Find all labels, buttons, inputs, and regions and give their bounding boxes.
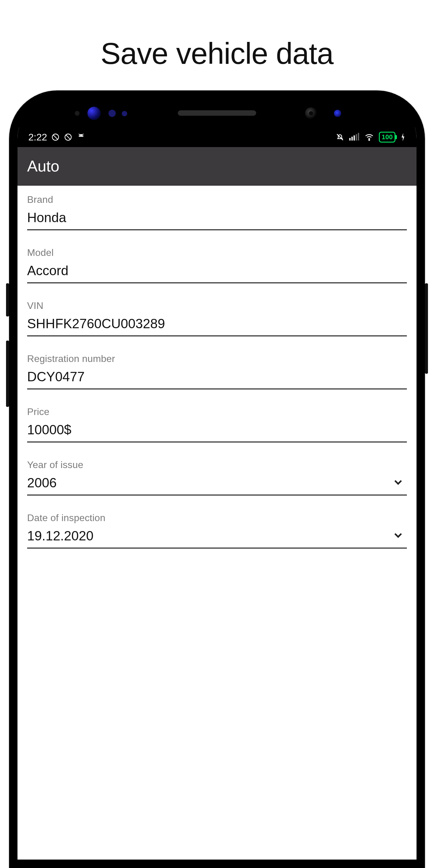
svg-point-9 (369, 140, 370, 141)
signal-icon (349, 133, 360, 142)
chevron-down-icon (390, 476, 407, 490)
status-time: 2:22 (28, 132, 47, 143)
front-camera (305, 107, 317, 119)
field-brand: Brand Honda (27, 194, 407, 230)
field-inspection-date: Date of inspection 19.12.2020 (27, 513, 407, 549)
field-label: Registration number (27, 353, 407, 364)
status-bar-right: 100 (336, 132, 406, 143)
field-value: DCY0477 (27, 369, 407, 384)
field-vin: VIN SHHFK2760CU003289 (27, 300, 407, 336)
field-label: Model (27, 247, 407, 258)
wifi-icon (364, 132, 374, 142)
app-bar-title: Auto (27, 157, 59, 175)
charging-icon (400, 133, 406, 141)
field-label: Date of inspection (27, 513, 407, 524)
svg-rect-5 (351, 137, 352, 141)
svg-point-2 (80, 135, 81, 136)
registration-number-input[interactable]: DCY0477 (27, 367, 407, 390)
app-bar: Auto (18, 147, 416, 186)
field-value: 2006 (27, 475, 390, 490)
sensor-dot (334, 110, 341, 117)
form: Brand Honda Model Accord VIN SHHFK2760CU… (18, 186, 416, 860)
status-bar: 2:22 (18, 127, 416, 147)
sensor-dot (108, 110, 116, 117)
android-icon (76, 133, 86, 142)
svg-point-3 (82, 135, 83, 136)
field-registration-number: Registration number DCY0477 (27, 353, 407, 390)
field-value: Accord (27, 263, 407, 278)
phone-frame: 2:22 (9, 90, 425, 868)
bell-off-icon (336, 133, 344, 142)
price-input[interactable]: 10000$ (27, 421, 407, 442)
svg-rect-7 (356, 134, 357, 141)
field-label: VIN (27, 300, 407, 311)
phone-side-button (425, 283, 428, 374)
field-label: Price (27, 406, 407, 417)
field-value: 10000$ (27, 422, 407, 437)
field-price: Price 10000$ (27, 406, 407, 442)
screen: 2:22 (18, 127, 416, 860)
phone-hardware-strip (18, 99, 416, 127)
field-value: 19.12.2020 (27, 528, 390, 544)
status-bar-left: 2:22 (28, 132, 86, 143)
vin-input[interactable]: SHHFK2760CU003289 (27, 314, 407, 336)
sensor-dot (122, 111, 127, 116)
do-not-disturb-icon (64, 133, 72, 141)
phone-side-button (6, 283, 9, 316)
field-model: Model Accord (27, 247, 407, 283)
brand-input[interactable]: Honda (27, 208, 407, 230)
svg-rect-8 (358, 133, 359, 141)
battery-indicator: 100 (379, 132, 396, 143)
speaker-slot (178, 110, 256, 116)
field-value: Honda (27, 210, 407, 225)
chevron-down-icon (390, 529, 407, 543)
sensor-dot (87, 107, 101, 120)
field-value: SHHFK2760CU003289 (27, 316, 407, 331)
page-title: Save vehicle data (0, 36, 434, 71)
model-input[interactable]: Accord (27, 261, 407, 283)
phone-inner: 2:22 (18, 99, 416, 860)
field-label: Year of issue (27, 459, 407, 470)
field-year: Year of issue 2006 (27, 459, 407, 495)
phone-side-button (6, 341, 9, 407)
svg-rect-6 (353, 135, 355, 141)
year-select[interactable]: 2006 (27, 473, 407, 495)
field-label: Brand (27, 194, 407, 205)
svg-rect-4 (349, 138, 350, 141)
do-not-disturb-icon (51, 133, 60, 141)
battery-text: 100 (381, 133, 393, 141)
sensor-dot (75, 111, 80, 116)
inspection-date-select[interactable]: 19.12.2020 (27, 527, 407, 549)
